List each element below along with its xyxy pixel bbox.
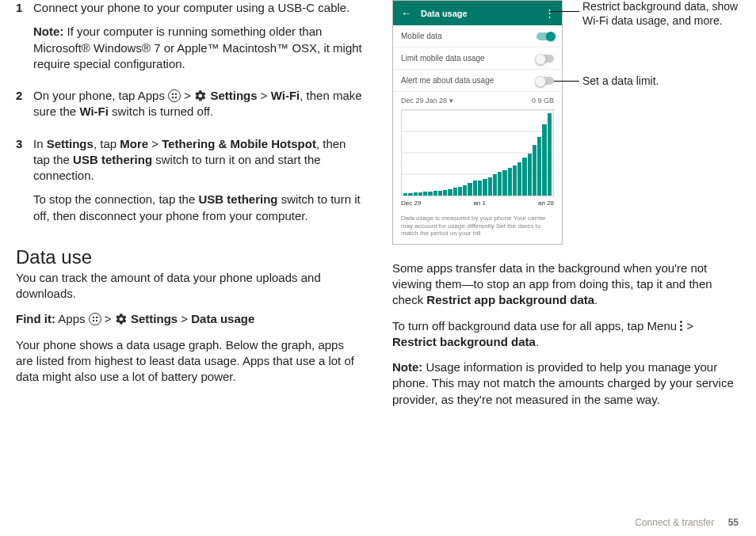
step-number: 3: [16, 136, 33, 232]
toggle-on[interactable]: [536, 32, 554, 40]
row-limit-data[interactable]: Limit mobile data usage: [393, 48, 562, 70]
row-mobile-data[interactable]: Mobile data: [393, 25, 562, 48]
note-text: If your computer is running something ol…: [33, 25, 362, 70]
chart-bar: [443, 190, 447, 196]
chart-bar: [498, 172, 502, 196]
step-1-text: Connect your phone to your computer usin…: [33, 0, 364, 16]
apps-icon: [89, 313, 101, 325]
callout-menu: Restrict background data, show Wi-Fi dat…: [582, 0, 741, 28]
row-label: Alert me about data usage: [401, 76, 494, 85]
step-3-text: In Settings, tap More > Tethering & Mobi…: [33, 136, 364, 184]
phone-footnote: Data usage is measured by your phone You…: [393, 211, 562, 244]
chart-bar: [533, 145, 536, 196]
chart-bar: [542, 124, 546, 196]
find-it-line: Find it: Apps > Settings > Data usage: [16, 311, 364, 327]
chart-bar: [414, 192, 418, 196]
step-1: 1 Connect your phone to your computer us…: [16, 0, 364, 80]
chart-bar: [473, 181, 477, 196]
right-para-2: To turn off background data use for all …: [392, 318, 740, 351]
callout-line: [551, 81, 579, 82]
right-column: Restrict background data, show Wi-Fi dat…: [392, 0, 740, 417]
step-1-note: Note: If your computer is running someth…: [33, 24, 364, 72]
chart-bar: [478, 181, 482, 196]
gear-icon: [115, 313, 128, 325]
chart-bar: [493, 174, 497, 196]
step-3: 3 In Settings, tap More > Tethering & Mo…: [16, 136, 364, 232]
footer-section: Connect & transfer: [635, 517, 714, 528]
chart-bar: [548, 113, 552, 196]
chart-bar: [423, 192, 427, 196]
row-label: Mobile data: [401, 32, 442, 40]
chart-bar: [438, 191, 442, 196]
chart-bar: [508, 168, 512, 196]
chart-bar: [528, 154, 532, 196]
chart-bar: [458, 187, 462, 196]
date-range-row[interactable]: Dec 29 Jan 28 ▾ 0 9 GB: [393, 92, 562, 106]
chart-bar: [403, 193, 407, 196]
gear-icon: [194, 89, 207, 102]
range-left: Dec 29 Jan 28 ▾: [401, 97, 453, 105]
right-para-1: Some apps transfer data in the backgroun…: [392, 260, 740, 309]
phone-app-bar: ← Data usage ⋮: [393, 1, 562, 25]
page-footer: Connect & transfer 55: [635, 517, 739, 528]
phone-screen: ← Data usage ⋮ Mobile data Limit mobile …: [392, 0, 563, 245]
chart-bar: [502, 170, 506, 196]
toggle-off[interactable]: [536, 55, 554, 63]
step-number: 1: [16, 0, 33, 80]
apps-icon: [168, 89, 181, 102]
data-use-intro: You can track the amount of data your ph…: [16, 270, 364, 302]
chart-bar: [418, 192, 422, 196]
data-use-heading: Data use: [16, 246, 364, 268]
callout-limit: Set a data limit.: [582, 74, 741, 89]
chart-bar: [448, 189, 452, 196]
step-2-text: On your phone, tap Apps > Settings > Wi-…: [33, 88, 364, 120]
chart-bar: [513, 165, 517, 196]
chart-bar: [468, 183, 472, 196]
chart-bar: [517, 162, 521, 196]
menu-dots-icon: [680, 320, 683, 333]
row-label: Limit mobile data usage: [401, 54, 485, 63]
note-label: Note:: [33, 25, 63, 38]
step-2: 2 On your phone, tap Apps > Settings > W…: [16, 88, 364, 128]
back-icon[interactable]: ←: [401, 7, 411, 19]
usage-chart: [393, 106, 562, 198]
chart-bar: [433, 191, 437, 196]
page-number: 55: [728, 517, 739, 528]
phone-illustration: Restrict background data, show Wi-Fi dat…: [392, 0, 740, 245]
left-column: 1 Connect your phone to your computer us…: [16, 0, 364, 417]
right-note: Note: Usage information is provided to h…: [392, 359, 740, 408]
chart-bar: [483, 179, 487, 196]
range-right: 0 9 GB: [532, 97, 554, 105]
chart-x-labels: Dec 29 an 1 an 28: [393, 198, 562, 211]
phone-title: Data usage: [421, 9, 544, 18]
chart-bar: [453, 188, 457, 196]
chart-bar: [408, 193, 412, 196]
step-3-stop: To stop the connection, tap the USB teth…: [33, 192, 364, 224]
callout-line: [551, 11, 579, 12]
chart-bar: [488, 177, 492, 196]
row-alert-data[interactable]: Alert me about data usage: [393, 70, 562, 92]
step-number: 2: [16, 88, 33, 128]
data-use-body: Your phone shows a data usage graph. Bel…: [16, 337, 364, 386]
chart-bar: [428, 192, 432, 196]
chart-bar: [522, 158, 526, 196]
menu-icon[interactable]: ⋮: [544, 7, 554, 19]
chart-bar: [537, 137, 541, 196]
toggle-off[interactable]: [536, 77, 554, 85]
chart-bar: [463, 185, 467, 196]
